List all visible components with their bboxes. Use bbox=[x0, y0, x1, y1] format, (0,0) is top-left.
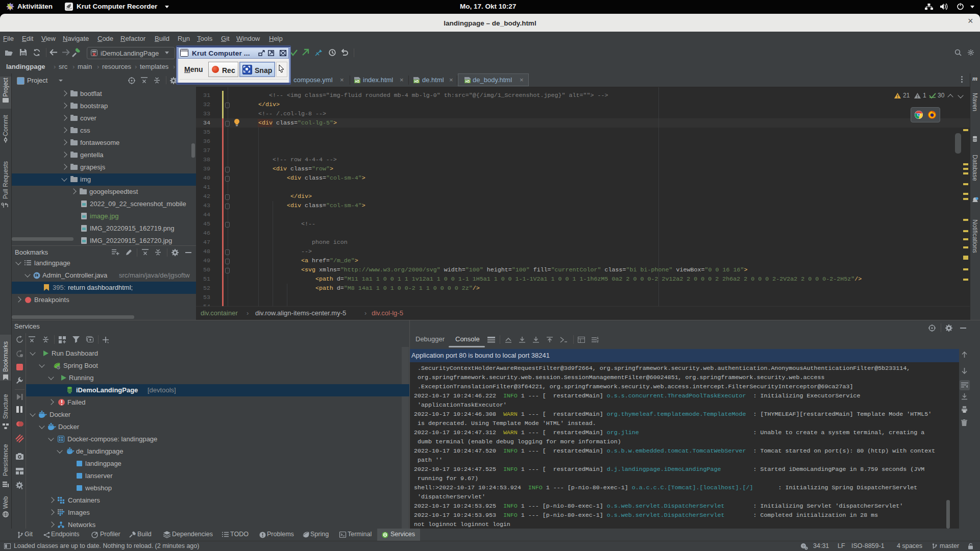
svg-text:?: ? bbox=[802, 544, 805, 548]
svg-text:H5: H5 bbox=[414, 80, 419, 83]
svg-text:H5: H5 bbox=[465, 80, 470, 83]
svg-text:H5: H5 bbox=[355, 80, 360, 83]
